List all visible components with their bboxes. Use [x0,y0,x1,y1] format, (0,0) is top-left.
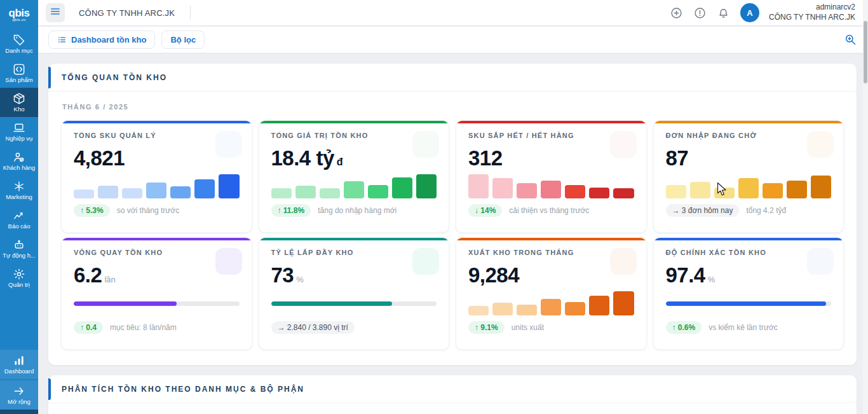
brand-logo[interactable]: qbis qbis.vn [0,0,38,29]
chart-bar [589,188,609,198]
kpi-value: 4,821 [74,148,125,169]
topbar: CÔNG TY TNHH ARC.JK A adminarcv2 CÔNG TY… [38,0,868,26]
company-name: CÔNG TY TNHH ARC.JK [79,8,175,18]
chart-bar [170,186,191,198]
chart-bar [416,174,437,198]
card-accent-bar [62,121,252,123]
sidebar-item-label: Tự động h... [3,252,36,259]
kpi-title: TỔNG SKU QUẢN LÝ [74,132,240,139]
sidebar-item-dashboard[interactable]: Dashboard [0,350,38,379]
chart-bar [74,190,94,198]
plus-circle-icon[interactable] [670,6,684,20]
toolbar: Dashboard tồn khoBộ lọc [38,27,868,53]
kpi-badge: ↑ 0.4 [74,321,103,334]
chart-bar [811,176,831,198]
user-menu[interactable]: adminarcv2 CÔNG TY TNHH ARC.JK [769,3,855,22]
sidebar-item-nghi-p-v[interactable]: Nghiệp vụ [0,117,38,146]
chart-bar [541,181,561,199]
tab-label: Bộ lọc [170,35,196,45]
sidebar-item-danh-m-c[interactable]: Danh mục [0,29,38,59]
kpi-value: 6.2 [74,265,102,286]
kpi-badge: ↑ 5.3% [74,204,110,217]
hamburger-button[interactable] [46,3,65,22]
bell-icon[interactable] [717,6,731,20]
kpi-title: TỔNG GIÁ TRỊ TỒN KHO [271,132,437,139]
main-content: TỔNG QUAN TỒN KHO THÁNG 6 / 2025 TỔNG SK… [38,53,868,414]
sidebar-item-label: Mở rộng [8,398,31,405]
sidebar-item-label: Quản trị [8,281,30,288]
kpi-value: 312 [468,148,503,169]
progress-bar [74,291,240,315]
chart-bar [492,178,513,198]
sidebar-item-b-o-c-o[interactable]: Báo cáo [0,205,38,234]
chart-bar [613,291,634,315]
chart-bar [541,299,561,315]
panel-accent-bar [48,67,51,88]
kpi-title: ĐƠN NHẬP ĐANG CHỜ [666,132,832,139]
scrollbar-thumb[interactable] [864,21,867,83]
chart-bar [194,179,215,198]
kpi-unit: lần [104,275,115,284]
sidebar-item-m-r-ng[interactable]: Mở rộng [0,380,38,410]
kpi-card-t-l-l-p-y-kho: TỶ LỆ LẤP ĐẦY KHO73%→ 2.840 / 3.890 vị t… [259,237,450,350]
kpi-title: VÒNG QUAY TỒN KHO [74,249,240,256]
sidebar-item-label: Nghiệp vụ [6,135,33,142]
mini-bar-chart [74,174,240,198]
progress-bar [271,291,437,315]
kpi-icon-tile [610,131,637,158]
card-accent-bar [456,121,646,123]
sidebar-item-kho[interactable]: Kho [0,88,38,117]
sidebar-item-kh-ch-h-ng[interactable]: Khách hàng [0,146,38,176]
sidebar-item-qu-n-tr[interactable]: Quản trị [0,263,38,293]
kpi-value: 97.4 [666,265,705,286]
chart-bar [690,182,710,198]
kpi-card-ch-nh-x-c-t-n-kho: ĐỘ CHÍNH XÁC TỒN KHO97.4%↑ 0.6%vs kiểm k… [653,237,844,350]
tab-b-l-c[interactable]: Bộ lọc [161,31,205,49]
chart-bar [517,183,537,198]
chart-bar [320,188,340,198]
brand-domain: qbis.vn [12,18,25,22]
alert-circle-icon[interactable] [693,6,707,20]
gear-icon [13,268,25,280]
kpi-icon-tile [610,248,637,275]
customer-icon [13,151,25,163]
chart-bar [295,186,316,198]
kpi-grid: TỔNG SKU QUẢN LÝ4,821↑ 5.3%so với tháng … [61,120,844,350]
kpi-unit: đ [337,156,343,168]
avatar[interactable]: A [740,3,759,22]
sidebar-item-label: Báo cáo [8,223,31,230]
chart-bar [368,185,388,198]
robot-icon [13,238,25,251]
kpi-badge: ↑ 11.8% [271,204,311,217]
bar-chart-icon [13,354,25,367]
tab-dashboard-t-n-kho[interactable]: Dashboard tồn kho [48,31,155,49]
chart-bar [517,305,537,315]
sidebar-item-t-ng-h[interactable]: Tự động h... [0,234,38,263]
chart-bar [344,181,364,198]
chart-bar [589,296,609,315]
chart-bar [468,306,489,315]
chart-bar [565,185,585,198]
kpi-badge: ↑ 9.1% [468,321,505,334]
kpi-card-t-ng-gi-tr-t-n-kho: TỔNG GIÁ TRỊ TỒN KHO18.4 tỷđ↑ 11.8%tăng … [259,120,450,233]
hamburger-icon [50,6,60,19]
period-label: THÁNG 6 / 2025 [62,103,843,111]
kpi-note: cải thiện vs tháng trước [509,206,589,215]
card-accent-bar [259,121,449,123]
chart-icon [13,209,25,222]
kpi-value: 18.4 tỷ [271,148,334,169]
zoom-in-icon[interactable] [844,33,858,47]
sidebar-item-s-n-ph-m[interactable]: Sản phẩm [0,59,38,88]
kpi-icon-tile [412,248,439,275]
mini-bar-chart [468,174,634,198]
sidebar-item-marketing[interactable]: Marketing [0,176,38,205]
kpi-title: TỶ LỆ LẤP ĐẦY KHO [271,249,437,256]
kpi-card-sku-s-p-h-t-h-t-h-ng: SKU SẮP HẾT / HẾT HÀNG312↓ 14%cải thiện … [456,120,647,233]
chart-bar [271,188,292,198]
kpi-badge: → 3 đơn hôm nay [666,204,740,217]
panel-accent-bar [48,378,51,400]
analysis-panel: PHÂN TÍCH TỒN KHO THEO DANH MỤC & BỘ PHẬ… [48,375,857,414]
arrow-right-icon [13,385,25,397]
sidebar-item-label: Khách hàng [3,164,36,171]
analysis-panel-header: PHÂN TÍCH TỒN KHO THEO DANH MỤC & BỘ PHẬ… [48,375,857,403]
